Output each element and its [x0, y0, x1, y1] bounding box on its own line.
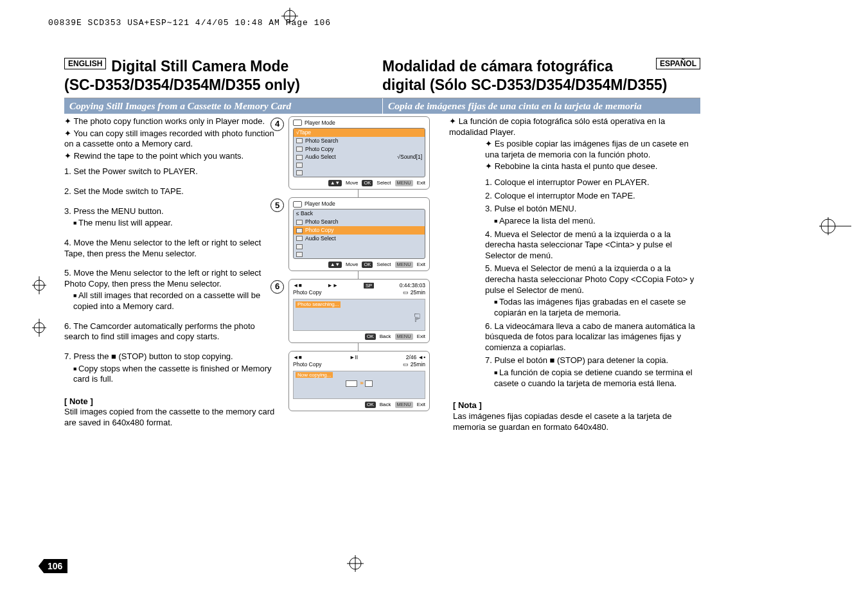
left-column: The photo copy function works only in Pl… [64, 114, 279, 432]
menu-diagram-5: Player Mode ≤ Back Photo Search Photo Co… [288, 197, 430, 271]
step-circle-4: 4 [270, 118, 284, 131]
rec-icon: ◄■ [293, 354, 302, 361]
screen-diagram-6a: ◄■ ►► SP 0:44:38:03 Photo Copy ▭ 25min P… [288, 279, 430, 343]
connector-line [358, 343, 359, 351]
left-steps: 1. Set the Power switch to PLAYER. 2. Se… [64, 166, 276, 384]
registration-mark-bottom [347, 555, 364, 572]
left-intro-item: Rewind the tape to the point which you w… [64, 151, 276, 162]
step-circle-6: 6 [270, 280, 284, 294]
lang-box-english: ENGLISH [64, 58, 106, 69]
registration-mark-right [819, 217, 851, 235]
tape-icon [346, 380, 357, 387]
screen-diagram-6b: ◄■ ►II 2/46 ◄▪ Photo Copy ▭ 25min Now co… [288, 351, 430, 411]
right-note-body: Las imágenes fijas copiadas desde el cas… [453, 411, 700, 432]
left-intro-list: The photo copy function works only in Pl… [64, 116, 276, 162]
registration-mark-top [281, 8, 298, 24]
title-right-1: Modalidad de cámara fotográfica [382, 58, 613, 75]
left-intro-item: You can copy still images recorded with … [64, 129, 276, 150]
page-number-tab: 106 [39, 559, 67, 573]
rec-icon: ◄■ [293, 282, 302, 289]
right-intro-item: Rebobine la cinta hasta el punto que des… [485, 161, 700, 172]
camera-icon [293, 120, 302, 126]
right-intro-item: Es posible copiar las imágenes fijas de … [485, 139, 700, 160]
step-circle-5: 5 [270, 199, 284, 212]
left-intro-item: The photo copy function works only in Pl… [64, 116, 276, 127]
title-left-2: (SC-D353/D354/D354M/D355 only) [64, 76, 382, 93]
right-intro-list: Es posible copiar las imágenes fijas de … [485, 139, 700, 172]
camera-icon [293, 201, 302, 208]
section-heading-right: Copia de imágenes fijas de una cinta en … [382, 98, 700, 114]
section-heading-left: Copying Still Images from a Cassette to … [64, 98, 382, 114]
right-note-head: [ Nota ] [453, 400, 700, 411]
right-steps: 1. Coloque el interruptor Power en PLAYE… [485, 177, 700, 389]
hand-search-icon: ☟ [414, 311, 421, 326]
left-note-head: [ Note ] [64, 396, 276, 407]
left-note-body: Still images copied from the cassette to… [64, 407, 276, 428]
registration-mark-left [32, 276, 46, 337]
connector-line [358, 271, 359, 279]
card-icon [365, 380, 373, 387]
lang-box-spanish: ESPAÑOL [656, 58, 700, 69]
title-right-2: digital (Sólo SC-D353/D354/D354M/D355) [382, 76, 700, 93]
title-left-1: Digital Still Camera Mode [111, 58, 288, 75]
right-column: La función de copia fotográfica sólo est… [447, 114, 700, 432]
transfer-arrows-icon: ››››› [360, 380, 362, 387]
right-intro-top: La función de copia fotográfica sólo est… [449, 116, 700, 138]
diagrams-column: 4 Player Mode √Tape Photo Search Photo C… [279, 114, 447, 432]
menu-diagram-4: Player Mode √Tape Photo Search Photo Cop… [288, 116, 430, 190]
connector-line [358, 190, 359, 197]
